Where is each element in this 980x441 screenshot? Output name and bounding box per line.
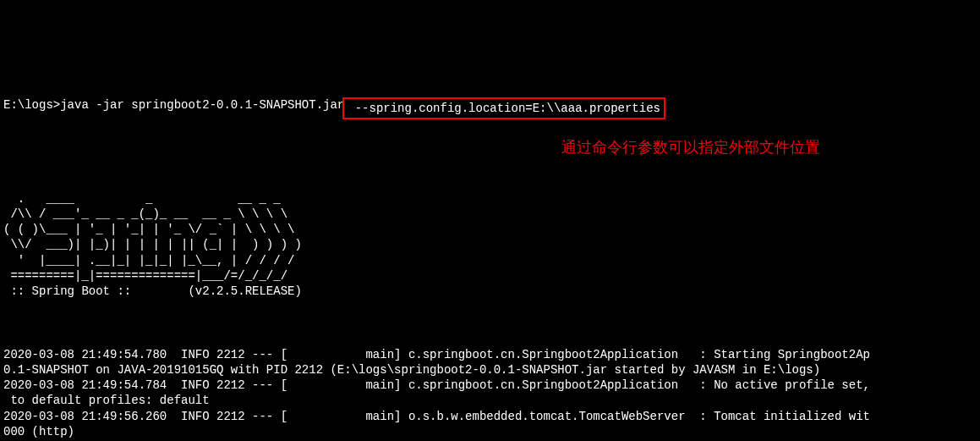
red-annotation-text: 通过命令行参数可以指定外部文件位置	[561, 138, 820, 157]
log-line: 2020-03-08 21:49:56.260 INFO 2212 --- [ …	[3, 409, 980, 424]
terminal-window[interactable]: E:\logs>java -jar springboot2-0.0.1-SNAP…	[3, 67, 980, 441]
log-line: 2020-03-08 21:49:54.784 INFO 2212 --- [ …	[3, 378, 980, 393]
log-line: to default profiles: default	[3, 393, 980, 408]
command-text-pre: java -jar springboot2-0.0.1-SNAPSHOT.jar	[60, 97, 344, 113]
log-line: 000 (http)	[3, 424, 980, 439]
highlighted-argument: --spring.config.location=E:\\aaa.propert…	[342, 97, 665, 119]
spring-boot-banner: . ____ _ __ _ _ /\\ / ___'_ __ _ _(_)_ _…	[3, 191, 980, 299]
log-line	[3, 332, 980, 347]
prompt-path: E:\logs>	[3, 97, 60, 113]
command-prompt-line: E:\logs>java -jar springboot2-0.0.1-SNAP…	[3, 97, 980, 119]
log-output: 2020-03-08 21:49:54.780 INFO 2212 --- [ …	[3, 332, 980, 441]
log-line: 0.1-SNAPSHOT on JAVA-20191015GQ with PID…	[3, 362, 980, 378]
log-line: 2020-03-08 21:49:54.780 INFO 2212 --- [ …	[3, 347, 980, 362]
